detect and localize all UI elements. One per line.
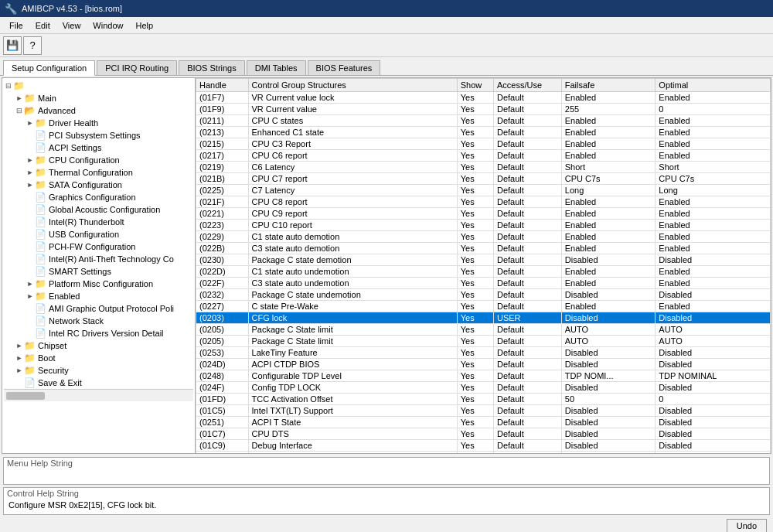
table-row[interactable]: (01C5)Intel TXT(LT) SupportYesDefaultDis… — [196, 405, 771, 417]
tree-node-intel-rc[interactable]: 📄Intel RC Drivers Version Detail — [4, 327, 193, 339]
tree-node-chipset[interactable]: ►📁Chipset — [4, 339, 193, 352]
table-row[interactable]: (022B)C3 state auto demotionYesDefaultEn… — [196, 243, 771, 254]
tree-node-platform-misc[interactable]: ►📁Platform Misc Configuration — [4, 278, 193, 290]
tree-toggle-thermal-config[interactable]: ► — [26, 169, 35, 176]
tree-toggle-boot[interactable]: ► — [15, 354, 24, 362]
table-row[interactable]: (0232)Package C state undemotionYesDefau… — [196, 289, 771, 301]
table-row[interactable]: (024D)ACPI CTDP BIOSYesDefaultDisabledDi… — [196, 359, 771, 370]
table-row[interactable]: (0211)CPU C statesYesDefaultEnabledEnabl… — [196, 115, 771, 127]
table-row[interactable]: (01FD)TCC Activation OffsetYesDefault500 — [196, 394, 771, 405]
tree-node-usb-config[interactable]: 📄USB Configuration — [4, 228, 193, 240]
tree-node-intel-antitheft[interactable]: 📄Intel(R) Anti-Theft Technology Co — [4, 253, 193, 265]
tree-hscrollbar[interactable] — [4, 389, 193, 401]
table-row[interactable]: (0217)CPU C6 reportYesDefaultEnabledEnab… — [196, 150, 771, 162]
table-row[interactable]: (0227)C state Pre-WakeYesDefaultEnabledE… — [196, 301, 771, 312]
tree-node-network-stack[interactable]: 📄Network Stack — [4, 315, 193, 327]
folder-icon-security: 📁 — [24, 365, 36, 376]
tree-node-smart-settings[interactable]: 📄SMART Settings — [4, 265, 193, 278]
tree-node-main[interactable]: ►📁Main — [4, 92, 193, 104]
tree-panel[interactable]: ⊟📁►📁Main⊟📂Advanced►📁Driver Health📄PCI Su… — [2, 78, 196, 453]
table-row[interactable]: (01F7)VR Current value lockYesDefaultEna… — [196, 92, 771, 104]
undo-button[interactable]: Undo — [727, 519, 767, 532]
tree-toggle-enabled[interactable]: ► — [26, 292, 35, 300]
tree-toggle-platform-misc[interactable]: ► — [26, 280, 35, 288]
table-cell-1: C3 state auto undemotion — [248, 278, 457, 289]
table-row[interactable]: (0223)CPU C10 reportYesDefaultEnabledEna… — [196, 220, 771, 231]
tree-node-global-acoustic[interactable]: 📄Global Acoustic Configuration — [4, 203, 193, 216]
tree-node-driver-health[interactable]: ►📁Driver Health — [4, 117, 193, 129]
table-row[interactable]: (0221)CPU C9 reportYesDefaultEnabledEnab… — [196, 208, 771, 220]
save-button[interactable]: 💾 — [3, 36, 22, 55]
table-cell-1: CPU C states — [248, 115, 457, 127]
table-row[interactable]: (01F9)VR Current valueYesDefault2550 — [196, 104, 771, 115]
tab-4[interactable]: BIOS Features — [308, 60, 381, 75]
tree-node-acpi-settings[interactable]: 📄ACPI Settings — [4, 142, 193, 154]
table-row[interactable]: (01C9)Debug InterfaceYesDefaultDisabledD… — [196, 440, 771, 452]
table-row[interactable]: (0248)Configurable TDP LevelYesDefaultTD… — [196, 370, 771, 382]
app-icon: 🔧 — [5, 3, 17, 15]
menubar-item-view[interactable]: View — [56, 19, 87, 32]
tab-1[interactable]: PCI IRQ Routing — [97, 60, 177, 75]
tree-node-ami-graphic[interactable]: 📄AMI Graphic Output Protocol Poli — [4, 302, 193, 315]
tree-toggle-security[interactable]: ► — [15, 367, 24, 374]
table-cell-4: Enabled — [561, 127, 656, 138]
table-row[interactable]: (0230)Package C state demotionYesDefault… — [196, 254, 771, 266]
table-row[interactable]: (0251)ACPI T StateYesDefaultDisabledDisa… — [196, 417, 771, 428]
table-row[interactable]: (0205)Package C State limitYesDefaultAUT… — [196, 324, 771, 336]
table-row[interactable]: (022D)C1 state auto undemotionYesDefault… — [196, 266, 771, 278]
table-row[interactable]: (021B)CPU C7 reportYesDefaultCPU C7sCPU … — [196, 173, 771, 185]
tree-toggle-advanced[interactable]: ⊟ — [15, 107, 24, 114]
tree-node-enabled[interactable]: ►📁Enabled — [4, 290, 193, 302]
tree-toggle-chipset[interactable]: ► — [15, 342, 24, 350]
table-cell-2: Yes — [457, 92, 493, 104]
menubar-item-edit[interactable]: Edit — [29, 19, 56, 32]
tree-label-advanced: Advanced — [38, 106, 76, 115]
tree-label-chipset: Chipset — [38, 341, 66, 350]
menubar-item-file[interactable]: File — [3, 19, 29, 32]
table-cell-2: Yes — [457, 324, 493, 336]
table-row[interactable]: (024F)Config TDP LOCKYesDefaultDisabledD… — [196, 382, 771, 394]
table-row[interactable]: (0229)C1 state auto demotionYesDefaultEn… — [196, 231, 771, 243]
tree-node-graphics-config[interactable]: 📄Graphics Configuration — [4, 191, 193, 203]
table-panel[interactable]: HandleControl Group StructuresShowAccess… — [196, 78, 771, 453]
tree-node-sata-config[interactable]: ►📁SATA Configuration — [4, 179, 193, 191]
tree-node-cpu-config[interactable]: ►📁CPU Configuration — [4, 154, 193, 166]
tree-toggle-sata-config[interactable]: ► — [26, 181, 35, 189]
menubar-item-help[interactable]: Help — [129, 19, 159, 32]
table-row[interactable]: (0203)CFG lockYesUSERDisabledDisabled — [196, 312, 771, 324]
table-row[interactable]: (021F)CPU C8 reportYesDefaultEnabledEnab… — [196, 196, 771, 208]
tree-node-advanced[interactable]: ⊟📂Advanced — [4, 104, 193, 117]
menubar-item-window[interactable]: Window — [87, 19, 129, 32]
tree-toggle-main[interactable]: ► — [15, 94, 24, 102]
control-help-label: Control Help String — [4, 488, 769, 499]
tree-toggle-driver-health[interactable]: ► — [26, 119, 35, 127]
tab-2[interactable]: BIOS Strings — [179, 60, 245, 75]
tab-0[interactable]: Setup Configuration — [3, 60, 95, 76]
table-cell-4: Enabled — [561, 208, 656, 220]
table-row[interactable]: (0213)Enhanced C1 stateYesDefaultEnabled… — [196, 127, 771, 138]
help-button[interactable]: ? — [23, 36, 42, 55]
tree-node-thermal-config[interactable]: ►📁Thermal Configuration — [4, 166, 193, 179]
tree-node-boot[interactable]: ►📁Boot — [4, 352, 193, 364]
table-row[interactable]: (0253)LakeTiny FeatureYesDefaultDisabled… — [196, 347, 771, 359]
tree-node-intel-thunderbolt[interactable]: 📄Intel(R) Thunderbolt — [4, 216, 193, 228]
table-row[interactable]: (01C7)CPU DTSYesDefaultDisabledDisabled — [196, 428, 771, 440]
tree-node-save-exit[interactable]: 📄Save & Exit — [4, 377, 193, 389]
table-cell-3: Default — [493, 185, 561, 196]
table-row[interactable]: (022F)C3 state auto undemotionYesDefault… — [196, 278, 771, 289]
tree-toggle-root[interactable]: ⊟ — [4, 82, 13, 90]
tab-3[interactable]: DMI Tables — [247, 60, 306, 75]
tree-node-root[interactable]: ⊟📁 — [4, 80, 193, 92]
tree-node-pci-subsystem[interactable]: 📄PCI Subsystem Settings — [4, 129, 193, 142]
table-cell-2: Yes — [457, 150, 493, 162]
table-row[interactable]: (0205)Package C State limitYesDefaultAUT… — [196, 336, 771, 347]
table-cell-4: Disabled — [561, 405, 656, 417]
table-row[interactable]: (0219)C6 LatencyYesDefaultShortShort — [196, 162, 771, 173]
tree-node-security[interactable]: ►📁Security — [4, 364, 193, 377]
table-row[interactable]: (01CB)Debug Interface LockYesDefaultDisa… — [196, 452, 771, 454]
menubar: FileEditViewWindowHelp — [0, 17, 773, 34]
tree-toggle-cpu-config[interactable]: ► — [26, 156, 35, 164]
table-row[interactable]: (0225)C7 LatencyYesDefaultLongLong — [196, 185, 771, 196]
table-row[interactable]: (0215)CPU C3 ReportYesDefaultEnabledEnab… — [196, 138, 771, 150]
tree-node-pch-fw[interactable]: 📄PCH-FW Configuration — [4, 240, 193, 253]
